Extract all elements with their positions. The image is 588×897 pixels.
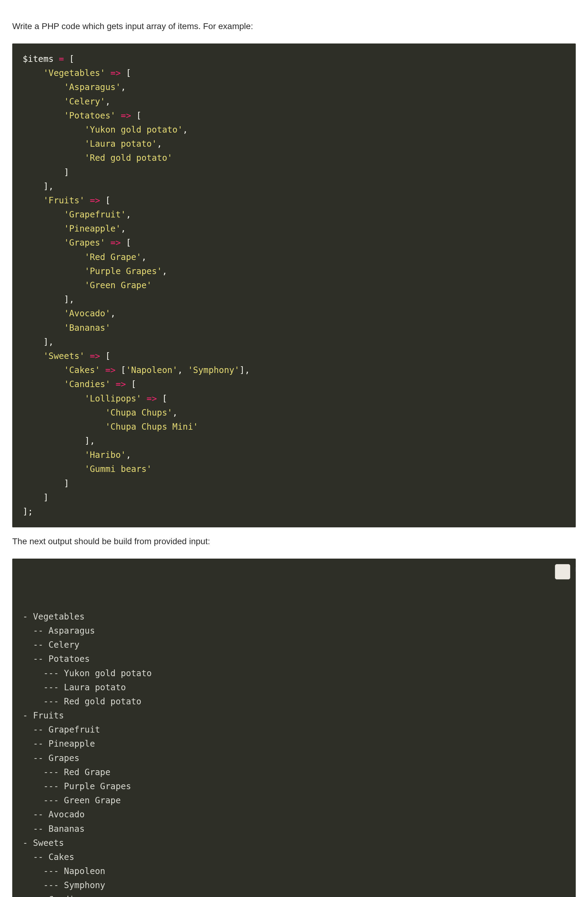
intro-paragraph: Write a PHP code which gets input array … (12, 21, 576, 31)
output-text: - Vegetables -- Asparagus -- Celery -- P… (23, 610, 565, 897)
copy-icon (543, 559, 576, 593)
output-code-block: - Vegetables -- Asparagus -- Celery -- P… (12, 559, 576, 897)
copy-button[interactable] (555, 564, 570, 579)
php-code-block: $items = [ 'Vegetables' => [ 'Asparagus'… (12, 43, 576, 527)
middle-paragraph: The next output should be build from pro… (12, 537, 576, 546)
svg-rect-1 (575, 568, 576, 572)
